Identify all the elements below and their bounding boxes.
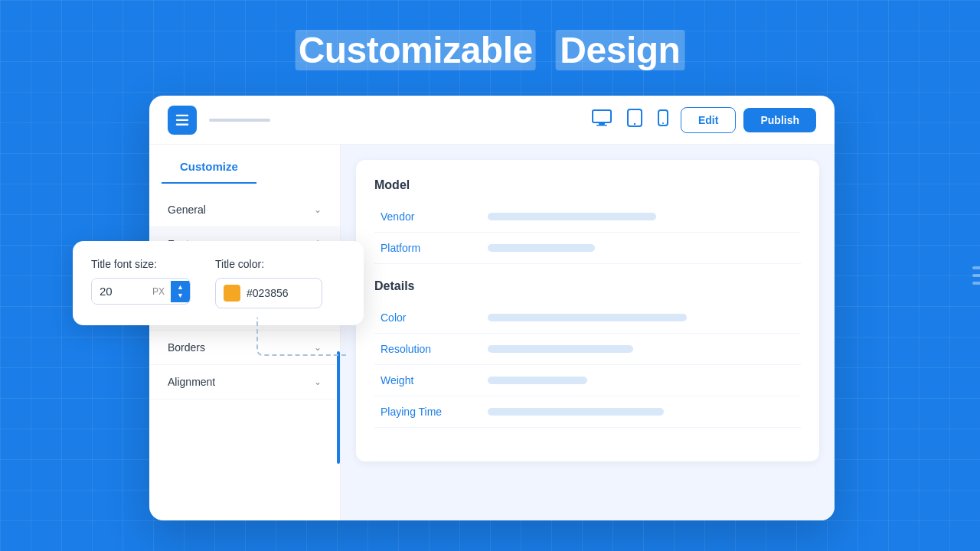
toolbar-actions: Edit Publish	[681, 107, 816, 133]
app-logo	[168, 106, 197, 135]
table-row: Vendor	[374, 201, 801, 233]
svg-point-9	[662, 122, 664, 124]
svg-rect-1	[176, 119, 189, 120]
svg-point-7	[634, 123, 635, 125]
font-size-stepper[interactable]: ▲ ▼	[171, 281, 190, 302]
resolution-label: Resolution	[374, 334, 482, 365]
color-value	[482, 302, 801, 334]
svg-rect-3	[593, 110, 611, 122]
font-size-input[interactable]: PX ▲ ▼	[91, 278, 191, 305]
svg-rect-5	[596, 125, 607, 126]
color-group: Title color: #023856	[215, 258, 322, 308]
customize-tab[interactable]: Customize	[162, 160, 256, 184]
color-input[interactable]: #023856	[215, 278, 322, 308]
font-size-unit-label: PX	[146, 280, 171, 303]
toolbar-bar	[209, 119, 270, 122]
table-row: Color	[374, 302, 801, 334]
model-section-title: Model	[374, 178, 801, 192]
resolution-value	[482, 334, 801, 365]
color-hex-value: #023856	[247, 287, 289, 299]
page-title: Customizable Design	[296, 29, 685, 71]
title-word2: Design	[555, 30, 684, 70]
sidebar-item-alignment[interactable]: Alignment ⌄	[149, 365, 340, 399]
table-row: Resolution	[374, 334, 801, 365]
table-row: Playing Time	[374, 396, 801, 428]
sidebar-item-general[interactable]: General ⌄	[149, 193, 340, 227]
publish-button[interactable]: Publish	[743, 108, 816, 132]
platform-value	[482, 233, 801, 264]
weight-label: Weight	[374, 365, 482, 396]
preview-card: Model Vendor Platform Details Color	[356, 160, 819, 461]
arrow-up-icon[interactable]: ▲	[177, 284, 184, 291]
logo-icon	[174, 112, 191, 129]
title-word1: Customizable	[296, 30, 536, 70]
chevron-down-icon: ⌄	[314, 377, 322, 387]
edit-button[interactable]: Edit	[681, 107, 736, 133]
model-table: Vendor Platform	[374, 201, 801, 264]
sidebar-scrollbar	[337, 351, 340, 464]
font-size-value[interactable]	[92, 279, 146, 304]
content-area: Customize General ⌄ Font ⌃ Colors ⌄ Layo…	[149, 145, 835, 520]
preview-pane: Model Vendor Platform Details Color	[341, 145, 835, 520]
desktop-icon[interactable]	[592, 109, 612, 131]
platform-label: Platform	[374, 233, 482, 264]
chevron-down-icon: ⌄	[314, 204, 322, 215]
color-swatch[interactable]	[224, 285, 240, 302]
mobile-icon[interactable]	[658, 109, 668, 130]
playing-time-value	[482, 396, 801, 428]
vendor-label: Vendor	[374, 201, 482, 233]
vendor-value	[482, 201, 801, 233]
font-size-group: Title font size: PX ▲ ▼	[91, 258, 191, 305]
table-row: Weight	[374, 365, 801, 396]
svg-rect-4	[599, 122, 605, 125]
tooltip-card: Title font size: PX ▲ ▼ Title color: #02…	[73, 241, 364, 325]
table-row: Platform	[374, 233, 801, 264]
tablet-icon[interactable]	[627, 109, 642, 131]
color-label: Color	[374, 302, 482, 334]
weight-value	[482, 365, 801, 396]
tooltip-row: Title font size: PX ▲ ▼ Title color: #02…	[91, 258, 345, 308]
borders-label: Borders	[168, 341, 205, 354]
font-size-label: Title font size:	[91, 258, 191, 270]
arrow-down-icon[interactable]: ▼	[177, 292, 184, 299]
details-section-title: Details	[374, 279, 801, 293]
general-label: General	[168, 204, 206, 216]
svg-rect-2	[176, 123, 189, 125]
alignment-label: Alignment	[168, 376, 215, 388]
color-label: Title color:	[215, 258, 322, 270]
dashed-connector	[256, 318, 348, 356]
svg-rect-0	[176, 114, 189, 116]
playing-time-label: Playing Time	[374, 396, 482, 428]
right-decoration	[972, 266, 980, 285]
details-table: Color Resolution Weight Playing Time	[374, 302, 801, 428]
device-switcher	[592, 109, 668, 131]
toolbar: Edit Publish	[149, 96, 835, 145]
